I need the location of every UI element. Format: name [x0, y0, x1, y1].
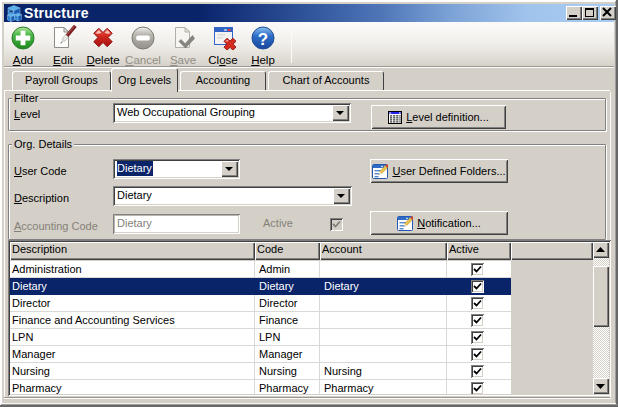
svg-text:?: ?	[258, 30, 268, 49]
